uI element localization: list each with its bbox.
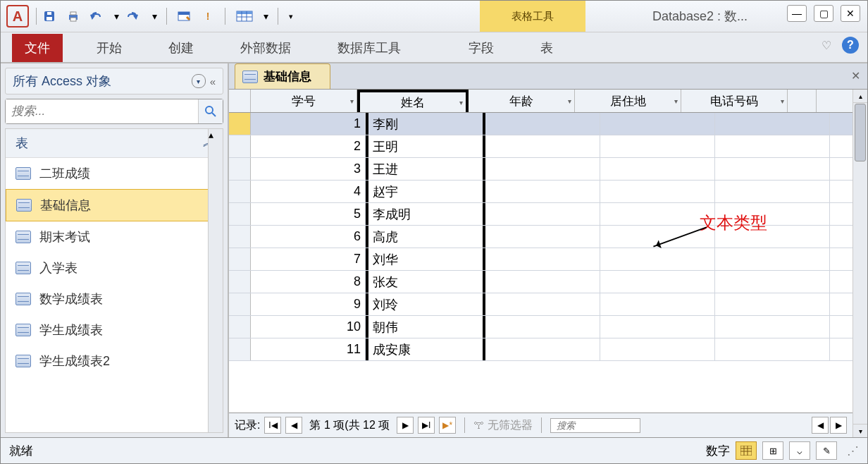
table-row[interactable]: 2王明 bbox=[229, 135, 852, 158]
row-selector[interactable] bbox=[229, 293, 251, 315]
chevron-down-icon[interactable]: ▾ bbox=[350, 97, 354, 105]
tab-file[interactable]: 文件 bbox=[12, 34, 63, 62]
cell-id[interactable]: 1 bbox=[251, 113, 366, 135]
scroll-down-button[interactable]: ▾ bbox=[853, 424, 867, 437]
cell-id[interactable]: 7 bbox=[251, 248, 366, 270]
table-row[interactable]: 11成安康 bbox=[229, 338, 852, 361]
cell-phone[interactable] bbox=[715, 248, 830, 270]
tab-external-data[interactable]: 外部数据 bbox=[228, 34, 304, 62]
cell-address[interactable] bbox=[600, 203, 715, 225]
nav-scrollbar[interactable]: ▴ bbox=[208, 129, 223, 432]
next-record-button[interactable]: ▶ bbox=[397, 417, 414, 434]
nav-item[interactable]: 基础信息 bbox=[6, 189, 223, 221]
cell-address[interactable] bbox=[600, 113, 715, 135]
mode-button[interactable] bbox=[174, 6, 194, 26]
vertical-scrollbar[interactable]: ▴ ▾ bbox=[852, 90, 867, 437]
cell-age[interactable] bbox=[485, 316, 600, 338]
select-all-corner[interactable] bbox=[229, 90, 251, 112]
last-record-button[interactable]: ▶I bbox=[418, 417, 435, 434]
nav-item[interactable]: 期末考试 bbox=[6, 221, 223, 252]
row-selector[interactable] bbox=[229, 203, 251, 225]
cell-name[interactable]: 王明 bbox=[366, 135, 485, 157]
datasheet-body[interactable]: 1李刚2王明3王进4赵宇5李成明6高虎7刘华8张友9刘玲10朝伟11成安康 文本… bbox=[229, 113, 852, 413]
nav-search-input[interactable] bbox=[6, 99, 198, 123]
chevron-down-icon[interactable]: ▾ bbox=[568, 97, 571, 105]
cell-address[interactable] bbox=[600, 248, 715, 270]
cell-address[interactable] bbox=[600, 271, 715, 293]
cell-id[interactable]: 8 bbox=[251, 271, 366, 293]
close-button[interactable]: ✕ bbox=[841, 5, 860, 22]
nav-header[interactable]: 所有 Access 对象 ▾ « bbox=[5, 68, 223, 94]
cell-phone[interactable] bbox=[715, 226, 830, 248]
datasheet-view-icon[interactable] bbox=[736, 441, 757, 460]
cell-age[interactable] bbox=[485, 248, 600, 270]
cell-name[interactable]: 王进 bbox=[366, 158, 485, 180]
undo-dropdown[interactable]: ▾ bbox=[111, 6, 121, 26]
pivot-view-icon[interactable]: ⊞ bbox=[762, 441, 783, 460]
cell-address[interactable] bbox=[600, 158, 715, 180]
cell-name[interactable]: 张友 bbox=[366, 271, 485, 293]
cell-phone[interactable] bbox=[715, 113, 830, 135]
refresh-button[interactable]: ! bbox=[198, 6, 218, 26]
chevron-down-icon[interactable]: ▾ bbox=[459, 99, 463, 106]
hscroll-right-button[interactable]: ▶ bbox=[830, 417, 847, 434]
hscroll-left-button[interactable]: ◀ bbox=[812, 417, 829, 434]
cell-age[interactable] bbox=[485, 135, 600, 157]
column-header-name[interactable]: 姓名▾ bbox=[357, 90, 469, 112]
cell-name[interactable]: 成安康 bbox=[366, 338, 485, 360]
cell-id[interactable]: 3 bbox=[251, 158, 366, 180]
cell-name[interactable]: 朝伟 bbox=[366, 316, 485, 338]
cell-name[interactable]: 刘华 bbox=[366, 248, 485, 270]
table-row[interactable]: 3王进 bbox=[229, 158, 852, 181]
cell-name[interactable]: 刘玲 bbox=[366, 293, 485, 315]
cell-address[interactable] bbox=[600, 135, 715, 157]
tab-table[interactable]: 表 bbox=[528, 34, 566, 62]
column-header-age[interactable]: 年龄▾ bbox=[469, 90, 575, 112]
save-button[interactable] bbox=[39, 6, 59, 26]
cell-phone[interactable] bbox=[715, 203, 830, 225]
ribbon-minimize-icon[interactable]: ♡ bbox=[818, 37, 835, 54]
cell-age[interactable] bbox=[485, 203, 600, 225]
scroll-up-button[interactable]: ▴ bbox=[853, 90, 867, 103]
chart-view-icon[interactable]: ⌵ bbox=[789, 441, 810, 460]
cell-address[interactable] bbox=[600, 293, 715, 315]
cell-age[interactable] bbox=[485, 271, 600, 293]
cell-age[interactable] bbox=[485, 113, 600, 135]
cell-age[interactable] bbox=[485, 293, 600, 315]
cell-address[interactable] bbox=[600, 226, 715, 248]
row-selector[interactable] bbox=[229, 338, 251, 360]
cell-id[interactable]: 6 bbox=[251, 226, 366, 248]
first-record-button[interactable]: I◀ bbox=[264, 417, 281, 434]
nav-item[interactable]: 二班成绩 bbox=[6, 158, 223, 189]
tab-home[interactable]: 开始 bbox=[84, 34, 135, 62]
column-header-add[interactable] bbox=[788, 90, 817, 112]
redo-button[interactable] bbox=[125, 6, 145, 26]
cell-age[interactable] bbox=[485, 226, 600, 248]
table-row[interactable]: 8张友 bbox=[229, 271, 852, 293]
cell-phone[interactable] bbox=[715, 181, 830, 202]
qat-customize[interactable]: ▾ bbox=[285, 6, 297, 26]
nav-item[interactable]: 学生成绩表2 bbox=[6, 346, 223, 377]
cell-name[interactable]: 李刚 bbox=[366, 113, 485, 135]
cell-phone[interactable] bbox=[715, 293, 830, 315]
row-selector[interactable] bbox=[229, 316, 251, 338]
cell-phone[interactable] bbox=[715, 135, 830, 157]
cell-age[interactable] bbox=[485, 181, 600, 202]
chevron-down-icon[interactable]: ▾ bbox=[674, 97, 678, 105]
new-record-button[interactable]: ▶* bbox=[439, 417, 456, 434]
cell-address[interactable] bbox=[600, 181, 715, 202]
table-row[interactable]: 5李成明 bbox=[229, 203, 852, 226]
cell-phone[interactable] bbox=[715, 316, 830, 338]
cell-phone[interactable] bbox=[715, 338, 830, 360]
cell-name[interactable]: 高虎 bbox=[366, 226, 485, 248]
help-button[interactable]: ? bbox=[842, 37, 859, 54]
cell-id[interactable]: 9 bbox=[251, 293, 366, 315]
cell-age[interactable] bbox=[485, 158, 600, 180]
row-selector[interactable] bbox=[229, 226, 251, 248]
redo-dropdown[interactable]: ▾ bbox=[149, 6, 159, 26]
nav-header-dropdown-icon[interactable]: ▾ bbox=[192, 74, 206, 88]
row-selector[interactable] bbox=[229, 158, 251, 180]
chevron-down-icon[interactable]: ▾ bbox=[781, 97, 784, 105]
prev-record-button[interactable]: ◀ bbox=[285, 417, 302, 434]
row-selector[interactable] bbox=[229, 135, 251, 157]
